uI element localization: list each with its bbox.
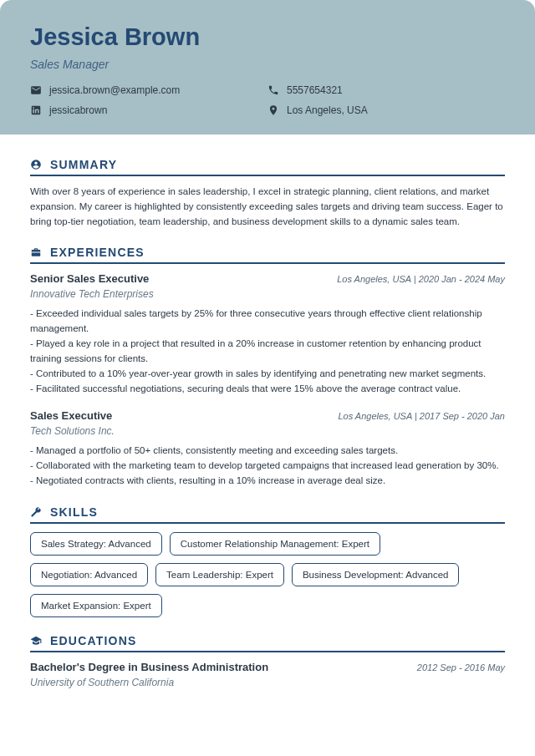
skill-chip: Team Leadership: Expert bbox=[155, 563, 284, 586]
phone-icon bbox=[268, 84, 279, 96]
person-name: Jessica Brown bbox=[30, 23, 505, 51]
location-icon bbox=[268, 104, 279, 116]
job-bullet: - Negotiated contracts with clients, res… bbox=[30, 474, 505, 489]
location-text: Los Angeles, USA bbox=[287, 104, 368, 116]
job-company: Innovative Tech Enterprises bbox=[30, 288, 505, 300]
graduation-cap-icon bbox=[30, 635, 42, 647]
experiences-title: EXPERIENCES bbox=[50, 246, 145, 259]
job-bullet: - Exceeded individual sales targets by 2… bbox=[30, 307, 505, 337]
briefcase-icon bbox=[30, 246, 42, 258]
skills-list: Sales Strategy: AdvancedCustomer Relatio… bbox=[30, 532, 505, 617]
job-meta: Los Angeles, USA | 2020 Jan - 2024 May bbox=[337, 274, 505, 284]
job-header: Sales ExecutiveLos Angeles, USA | 2017 S… bbox=[30, 409, 505, 422]
skills-heading: SKILLS bbox=[30, 505, 505, 524]
skill-chip: Market Expansion: Expert bbox=[30, 594, 162, 617]
education-heading: EDUCATIONS bbox=[30, 634, 505, 652]
job-header: Senior Sales ExecutiveLos Angeles, USA |… bbox=[30, 272, 505, 285]
job-company: Tech Solutions Inc. bbox=[30, 425, 505, 437]
education-school: University of Southern California bbox=[30, 677, 505, 688]
skills-section: SKILLS Sales Strategy: AdvancedCustomer … bbox=[30, 505, 505, 617]
summary-text: With over 8 years of experience in sales… bbox=[30, 185, 505, 229]
resume-header: Jessica Brown Sales Manager jessica.brow… bbox=[0, 0, 535, 134]
skill-chip: Business Development: Advanced bbox=[292, 563, 460, 586]
skill-chip: Negotiation: Advanced bbox=[30, 563, 148, 586]
contact-phone: 5557654321 bbox=[268, 84, 505, 96]
skill-chip: Sales Strategy: Advanced bbox=[30, 532, 162, 556]
job-meta: Los Angeles, USA | 2017 Sep - 2020 Jan bbox=[338, 411, 505, 421]
contact-email: jessica.brown@example.com bbox=[30, 84, 268, 96]
job-position: Senior Sales Executive bbox=[30, 272, 149, 285]
linkedin-text: jessicabrown bbox=[49, 104, 107, 116]
resume-body: SUMMARY With over 8 years of experience … bbox=[0, 134, 535, 712]
email-icon bbox=[30, 84, 42, 96]
summary-title: SUMMARY bbox=[50, 158, 117, 171]
education-title: EDUCATIONS bbox=[50, 634, 137, 647]
email-text: jessica.brown@example.com bbox=[49, 84, 180, 96]
job-bullet: - Played a key role in a project that re… bbox=[30, 337, 505, 367]
job-bullet: - Managed a portfolio of 50+ clients, co… bbox=[30, 444, 505, 459]
education-section: EDUCATIONS Bachelor's Degree in Business… bbox=[30, 634, 505, 688]
job-entry: Senior Sales ExecutiveLos Angeles, USA |… bbox=[30, 272, 505, 396]
wrench-icon bbox=[30, 506, 42, 518]
contact-location: Los Angeles, USA bbox=[268, 104, 505, 116]
phone-text: 5557654321 bbox=[287, 84, 343, 96]
contact-linkedin: jessicabrown bbox=[30, 104, 268, 116]
skills-title: SKILLS bbox=[50, 505, 98, 519]
education-degree: Bachelor's Degree in Business Administra… bbox=[30, 661, 268, 673]
experiences-section: EXPERIENCES Senior Sales ExecutiveLos An… bbox=[30, 246, 505, 488]
person-icon bbox=[30, 159, 42, 170]
job-title: Sales Manager bbox=[30, 58, 505, 71]
job-entry: Sales ExecutiveLos Angeles, USA | 2017 S… bbox=[30, 409, 505, 488]
job-position: Sales Executive bbox=[30, 409, 112, 422]
education-dates: 2012 Sep - 2016 May bbox=[417, 662, 505, 672]
summary-section: SUMMARY With over 8 years of experience … bbox=[30, 158, 505, 229]
experiences-heading: EXPERIENCES bbox=[30, 246, 505, 264]
skill-chip: Customer Relationship Management: Expert bbox=[170, 532, 380, 556]
contact-grid: jessica.brown@example.com 5557654321 jes… bbox=[30, 84, 505, 116]
linkedin-icon bbox=[30, 104, 42, 116]
job-bullet: - Contributed to a 10% year-over-year gr… bbox=[30, 367, 505, 382]
summary-heading: SUMMARY bbox=[30, 158, 505, 176]
job-bullet: - Facilitated successful negotiations, s… bbox=[30, 382, 505, 397]
education-row: Bachelor's Degree in Business Administra… bbox=[30, 661, 505, 673]
job-bullet: - Collaborated with the marketing team t… bbox=[30, 459, 505, 474]
